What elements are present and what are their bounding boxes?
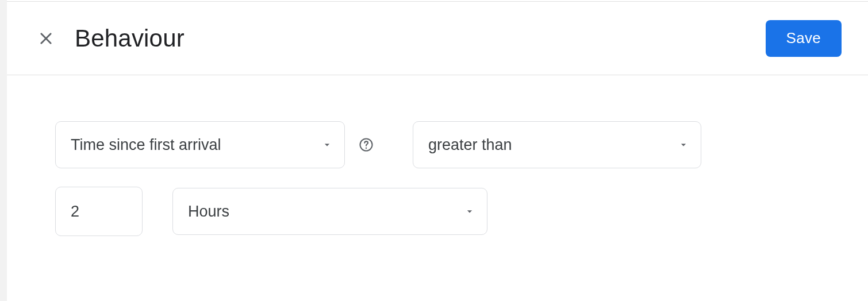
dialog-panel: Behaviour Save Time since first arrival (7, 1, 868, 301)
close-button[interactable] (32, 25, 60, 52)
value-row: Hours (55, 187, 820, 236)
caret-down-icon (464, 206, 475, 217)
unit-select[interactable]: Hours (172, 188, 487, 235)
amount-input[interactable] (55, 187, 143, 236)
operator-select-value: greater than (428, 136, 512, 154)
dialog-body: Time since first arrival (7, 75, 868, 236)
svg-point-3 (366, 148, 367, 149)
help-button[interactable] (355, 134, 377, 156)
dialog-title: Behaviour (75, 25, 185, 52)
condition-select-value: Time since first arrival (71, 136, 221, 154)
operator-select[interactable]: greater than (413, 121, 701, 168)
save-button[interactable]: Save (766, 20, 842, 57)
condition-row: Time since first arrival (55, 121, 820, 168)
condition-select[interactable]: Time since first arrival (55, 121, 345, 168)
close-icon (38, 30, 54, 47)
caret-down-icon (321, 139, 333, 150)
help-icon (358, 137, 374, 153)
dialog-header: Behaviour Save (7, 2, 868, 75)
unit-select-value: Hours (188, 203, 229, 221)
background-peek (0, 0, 7, 301)
caret-down-icon (678, 139, 689, 150)
